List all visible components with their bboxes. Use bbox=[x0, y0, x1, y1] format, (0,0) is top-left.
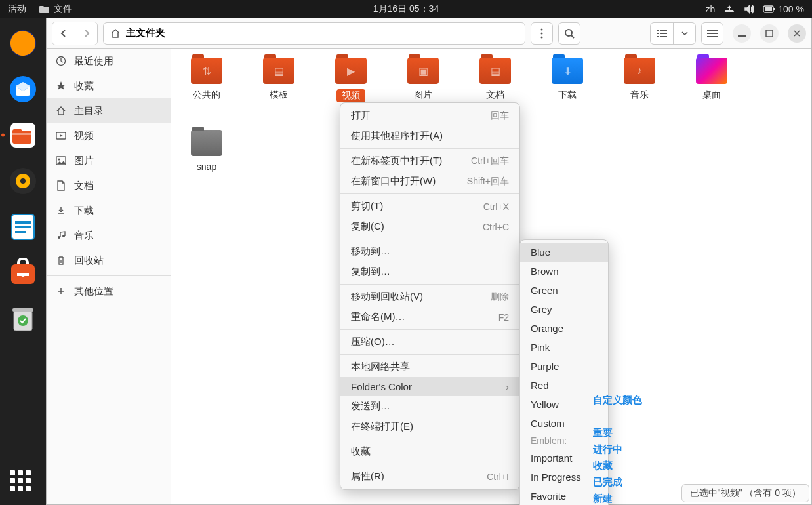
sidebar-other-locations[interactable]: 其他位置 bbox=[47, 279, 171, 304]
menu-item[interactable]: 收藏 bbox=[340, 441, 519, 462]
submenu-item-pink[interactable]: Pink bbox=[520, 338, 608, 357]
menu-item[interactable]: 移动到回收站(V)删除 bbox=[340, 287, 519, 307]
folder-icon: ▤ bbox=[263, 58, 294, 84]
menu-label: 打开 bbox=[351, 110, 371, 122]
app-menu[interactable]: 文件 bbox=[39, 3, 72, 15]
menu-label: 发送到… bbox=[351, 400, 390, 413]
menu-item[interactable]: 复制到… bbox=[340, 262, 519, 282]
menu-item[interactable]: 打开回车 bbox=[340, 106, 519, 126]
menu-label: 重命名(M)… bbox=[351, 311, 405, 323]
folder-item[interactable]: ▣图片 bbox=[403, 58, 443, 102]
forward-button[interactable] bbox=[75, 22, 97, 45]
menu-item[interactable]: 在新标签页中打开(T)Ctrl+回车 bbox=[340, 151, 519, 171]
context-menu: 打开回车使用其他程序打开(A)在新标签页中打开(T)Ctrl+回车在新窗口中打开… bbox=[340, 102, 520, 490]
clock[interactable]: 1月16日 05：34 bbox=[373, 3, 439, 15]
svg-point-23 bbox=[541, 36, 543, 38]
volume-icon[interactable] bbox=[744, 4, 754, 14]
status-bar: 已选中"视频" （含有 0 项） bbox=[681, 484, 809, 502]
menu-label: Green bbox=[531, 285, 558, 296]
minimize-button[interactable] bbox=[733, 24, 751, 43]
folder-item[interactable]: ⇅公共的 bbox=[187, 58, 226, 102]
folder-label: snap bbox=[197, 161, 216, 172]
menu-label: 在新窗口中打开(W) bbox=[351, 175, 436, 188]
sidebar-item-trash[interactable]: 回收站 bbox=[47, 248, 171, 273]
menu-item[interactable]: 压缩(O)… bbox=[340, 332, 519, 352]
folder-label: 桌面 bbox=[702, 89, 721, 101]
folder-icon: ▤ bbox=[479, 58, 511, 84]
menu-item[interactable]: 剪切(T)Ctrl+X bbox=[340, 196, 519, 216]
battery-indicator[interactable]: 100 % bbox=[763, 4, 804, 14]
sidebar-item-star[interactable]: 收藏 bbox=[47, 73, 171, 98]
folder-label: 文档 bbox=[486, 89, 504, 101]
folder-item[interactable]: ⬇下载 bbox=[548, 58, 587, 102]
folder-item[interactable]: snap bbox=[187, 130, 226, 172]
dock-files[interactable] bbox=[5, 117, 41, 153]
activities-button[interactable]: 活动 bbox=[8, 3, 26, 15]
sidebar-item-doc[interactable]: 文档 bbox=[47, 173, 171, 198]
submenu-item-orange[interactable]: Orange bbox=[520, 319, 608, 338]
sidebar-item-clock[interactable]: 最近使用 bbox=[47, 49, 171, 73]
sidebar-item-music[interactable]: 音乐 bbox=[47, 223, 171, 248]
sidebar-item-video[interactable]: 视频 bbox=[47, 123, 171, 148]
menu-label: Custom bbox=[531, 418, 565, 429]
maximize-button[interactable] bbox=[760, 24, 779, 43]
app-label: 文件 bbox=[54, 3, 72, 15]
dock-thunderbird[interactable] bbox=[5, 71, 41, 107]
menu-label: Purple bbox=[531, 361, 559, 372]
dock-writer[interactable] bbox=[5, 209, 41, 245]
menu-item[interactable]: 复制(C)Ctrl+C bbox=[340, 216, 519, 237]
input-method-indicator[interactable]: zh bbox=[706, 4, 716, 14]
menu-item[interactable]: 在新窗口中打开(W)Shift+回车 bbox=[340, 171, 519, 192]
svg-rect-32 bbox=[707, 33, 718, 34]
menu-shortcut: 删除 bbox=[491, 291, 509, 303]
sidebar-item-label: 收藏 bbox=[74, 80, 94, 92]
network-icon[interactable] bbox=[724, 4, 735, 14]
close-button[interactable] bbox=[788, 24, 806, 43]
folder-item[interactable]: ▶视频 bbox=[331, 58, 371, 102]
menu-item[interactable]: 本地网络共享 bbox=[340, 357, 519, 377]
menu-item[interactable]: 重命名(M)…F2 bbox=[340, 307, 519, 327]
menu-item[interactable]: 使用其他程序打开(A) bbox=[340, 126, 519, 146]
folder-item[interactable]: ▤文档 bbox=[476, 58, 515, 102]
folder-item[interactable]: 桌面 bbox=[692, 58, 731, 102]
menu-label: 收藏 bbox=[351, 445, 371, 458]
more-button[interactable] bbox=[531, 22, 553, 45]
dock-firefox[interactable] bbox=[5, 26, 41, 61]
hamburger-button[interactable] bbox=[701, 22, 723, 45]
folder-icon bbox=[696, 58, 727, 84]
folder-item[interactable]: ♪音乐 bbox=[620, 58, 659, 102]
svg-rect-34 bbox=[738, 35, 746, 37]
music-icon bbox=[56, 230, 66, 241]
menu-item[interactable]: 移动到… bbox=[340, 241, 519, 262]
dock-trash[interactable] bbox=[5, 301, 41, 336]
menu-label: 复制到… bbox=[351, 266, 390, 278]
submenu-item-brown[interactable]: Brown bbox=[520, 262, 608, 281]
menu-item[interactable]: 在终端打开(E) bbox=[340, 416, 519, 437]
submenu-item-grey[interactable]: Grey bbox=[520, 300, 608, 319]
dock-rhythmbox[interactable] bbox=[5, 163, 41, 199]
folder-icon: ♪ bbox=[624, 58, 655, 84]
dock-show-apps[interactable] bbox=[5, 466, 41, 501]
sidebar-item-download[interactable]: 下载 bbox=[47, 198, 171, 223]
menu-label: 在新标签页中打开(T) bbox=[351, 155, 442, 167]
submenu-item-blue[interactable]: Blue bbox=[520, 243, 608, 262]
view-switcher[interactable] bbox=[650, 22, 696, 45]
search-button[interactable] bbox=[558, 22, 580, 45]
menu-item[interactable]: 发送到… bbox=[340, 396, 519, 416]
sidebar-item-home[interactable]: 主目录 bbox=[47, 98, 171, 123]
menu-item[interactable]: Folder's Color› bbox=[340, 377, 519, 396]
sidebar-item-image[interactable]: 图片 bbox=[47, 148, 171, 173]
menu-label: 属性(R) bbox=[351, 470, 384, 483]
menu-item[interactable]: 属性(R)Ctrl+I bbox=[340, 466, 519, 487]
svg-point-39 bbox=[58, 159, 60, 161]
folder-item[interactable]: ▤模板 bbox=[259, 58, 298, 102]
back-button[interactable] bbox=[52, 22, 75, 45]
dock-software[interactable] bbox=[5, 255, 41, 291]
menu-label: Red bbox=[531, 380, 549, 391]
path-bar[interactable]: 主文件夹 bbox=[103, 22, 525, 45]
translations-overlay: 自定义颜色 重要 进行中 收藏 已完成 新建 bbox=[593, 392, 642, 505]
sidebar-item-label: 视频 bbox=[74, 130, 94, 142]
submenu-item-purple[interactable]: Purple bbox=[520, 357, 608, 376]
submenu-item-green[interactable]: Green bbox=[520, 281, 608, 300]
menu-label: 复制(C) bbox=[351, 220, 384, 233]
